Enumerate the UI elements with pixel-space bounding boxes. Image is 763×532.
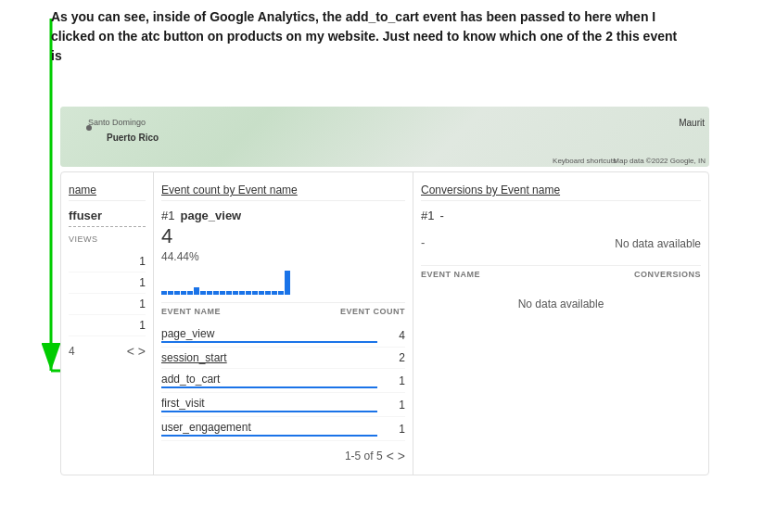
panel2-top-event: page_view — [180, 209, 241, 222]
panel-event-count: Event count by Event name #1 page_view 4… — [154, 172, 413, 475]
event-count-3: 1 — [377, 374, 405, 387]
map-area: Santo Domingo Puerto Rico Maurit Keyboar… — [60, 107, 709, 167]
event-count-5: 1 — [377, 423, 405, 436]
event-row-4: first_visit 1 — [161, 393, 405, 417]
panel-views: name ffuser VIEWS 1 1 1 1 4 < > — [61, 172, 154, 475]
sparkline — [161, 267, 405, 295]
panel1-next[interactable]: > — [138, 344, 146, 359]
spark-19 — [278, 291, 284, 295]
map-label-pr: Puerto Rico — [107, 133, 159, 143]
panel3-sub-dash: - — [421, 235, 425, 249]
event-name-5[interactable]: user_engagement — [161, 421, 377, 437]
views-col-header: VIEWS — [69, 234, 146, 244]
spark-16 — [259, 291, 264, 295]
view-row-2: 1 — [69, 272, 146, 294]
map-footer: Map data ©2022 Google, IN — [613, 157, 706, 165]
annotation-text: As you can see, inside of Google Analyti… — [51, 7, 681, 66]
panel2-next[interactable]: > — [398, 449, 405, 463]
panel3-title: Conversions by Event name — [421, 184, 701, 201]
panel2-percent: 44.44% — [161, 250, 405, 263]
spark-4 — [181, 291, 186, 295]
spark-20 — [285, 271, 290, 295]
panel1-title: name — [69, 184, 146, 201]
event-name-3[interactable]: add_to_cart — [161, 373, 377, 388]
spark-3 — [174, 291, 180, 295]
panel2-rank: #1 — [161, 209, 174, 222]
panel1-count: 4 — [69, 345, 75, 358]
p1-divider — [69, 226, 146, 227]
spark-11 — [226, 291, 232, 295]
view-row-1: 1 — [69, 251, 146, 272]
pagination-label: 1-5 of 5 — [345, 450, 383, 462]
panel2-count: 4 — [161, 224, 405, 248]
event-name-4[interactable]: first_visit — [161, 397, 377, 412]
view-row-4: 1 — [69, 315, 146, 336]
event-count-1: 4 — [377, 329, 405, 342]
event-row-3: add_to_cart 1 — [161, 369, 405, 393]
panel-conversions: Conversions by Event name #1 - - No data… — [413, 172, 708, 475]
analytics-panels: name ffuser VIEWS 1 1 1 1 4 < > Event co… — [60, 171, 709, 475]
panel2-footer: 1-5 of 5 < > — [161, 449, 405, 463]
spark-18 — [272, 291, 277, 295]
map-label-maurit: Maurit — [679, 118, 705, 128]
view-row-3: 1 — [69, 294, 146, 315]
panel3-rank: #1 — [421, 209, 434, 222]
panel1-prev[interactable]: < — [127, 344, 134, 359]
spark-17 — [265, 291, 271, 295]
event-name-2[interactable]: session_start — [161, 351, 377, 364]
event-row-5: user_engagement 1 — [161, 417, 405, 441]
panel1-footer: 4 < > — [69, 344, 146, 359]
panel2-title: Event count by Event name — [161, 184, 405, 201]
panel3-no-data-2: No data available — [421, 286, 701, 322]
event-name-col-header: EVENT NAME — [161, 307, 221, 316]
spark-2 — [168, 291, 173, 295]
panel2-prev[interactable]: < — [387, 449, 394, 463]
panel3-no-data-1: No data available — [615, 226, 701, 261]
event-count-col-header: EVENT COUNT — [340, 307, 405, 316]
spark-14 — [246, 291, 251, 295]
spark-1 — [161, 291, 167, 295]
user-label: ffuser — [69, 209, 146, 222]
event-count-2: 2 — [377, 351, 405, 364]
spark-13 — [239, 291, 245, 295]
spark-15 — [252, 291, 258, 295]
conv-conversions-col-header: CONVERSIONS — [634, 270, 701, 279]
event-count-4: 1 — [377, 399, 405, 412]
conv-event-name-col-header: EVENT NAME — [421, 270, 480, 279]
panel3-dash-top: - — [439, 209, 443, 222]
panel3-col-headers: EVENT NAME CONVERSIONS — [421, 265, 701, 283]
event-row-1: page_view 4 — [161, 323, 405, 348]
spark-8 — [207, 291, 212, 295]
map-label-santo: Santo Domingo — [88, 118, 146, 127]
event-row-2: session_start 2 — [161, 348, 405, 369]
keyboard-shortcuts[interactable]: Keyboard shortcuts — [553, 157, 617, 165]
spark-10 — [220, 291, 225, 295]
spark-9 — [213, 291, 219, 295]
spark-12 — [233, 291, 238, 295]
spark-7 — [200, 291, 206, 295]
event-name-1[interactable]: page_view — [161, 327, 377, 343]
spark-5 — [187, 291, 193, 295]
spark-6 — [194, 287, 199, 295]
panel2-col-headers: EVENT NAME EVENT COUNT — [161, 302, 405, 320]
